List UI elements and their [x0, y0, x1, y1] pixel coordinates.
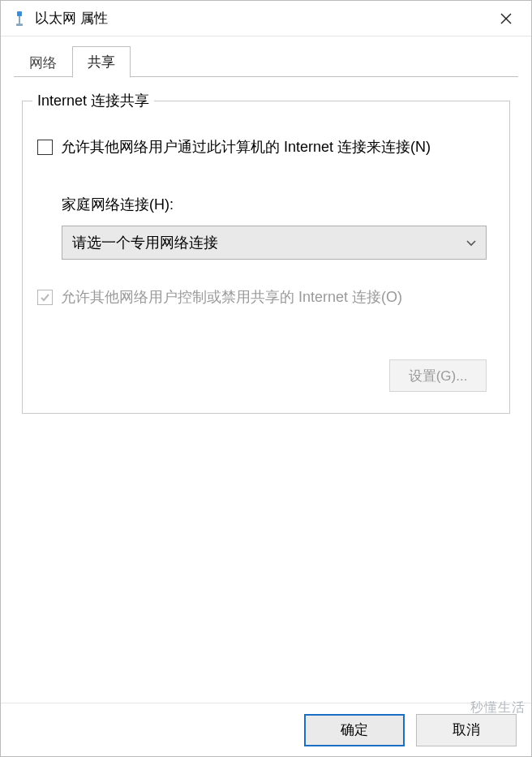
tab-sharing[interactable]: 共享 — [72, 46, 131, 78]
titlebar: 以太网 属性 — [1, 1, 531, 37]
dialog-footer: 确定 取消 — [1, 703, 531, 756]
combobox-value: 请选一个专用网络连接 — [72, 233, 218, 252]
checkbox-box-icon — [37, 140, 53, 155]
tab-network[interactable]: 网络 — [14, 47, 72, 78]
home-network-label: 家庭网络连接(H): — [62, 195, 495, 214]
close-button[interactable] — [487, 1, 525, 37]
window-title: 以太网 属性 — [35, 9, 487, 28]
cancel-button[interactable]: 取消 — [416, 714, 517, 746]
svg-rect-2 — [16, 24, 23, 26]
settings-button: 设置(G)... — [389, 359, 487, 392]
checkmark-icon — [40, 292, 50, 303]
allow-control-label: 允许其他网络用户控制或禁用共享的 Internet 连接(O) — [61, 287, 402, 308]
home-network-combobox[interactable]: 请选一个专用网络连接 — [62, 226, 487, 260]
checkbox-box-icon — [37, 290, 53, 305]
ics-groupbox: Internet 连接共享 允许其他网络用户通过此计算机的 Internet 连… — [22, 101, 510, 414]
allow-connect-checkbox[interactable]: 允许其他网络用户通过此计算机的 Internet 连接来连接(N) — [37, 137, 495, 157]
settings-row: 设置(G)... — [37, 359, 487, 392]
ethernet-icon — [12, 11, 27, 26]
ok-button[interactable]: 确定 — [304, 714, 405, 746]
groupbox-legend: Internet 连接共享 — [32, 91, 154, 110]
tab-strip: 网络 共享 — [1, 37, 531, 77]
close-icon — [500, 13, 512, 24]
dialog-window: 以太网 属性 网络 共享 Internet 连接共享 允许其他网络用户通过此计算… — [0, 0, 532, 757]
chevron-down-icon — [466, 237, 476, 249]
svg-rect-0 — [17, 11, 22, 16]
tab-content: Internet 连接共享 允许其他网络用户通过此计算机的 Internet 连… — [1, 78, 531, 703]
allow-connect-label: 允许其他网络用户通过此计算机的 Internet 连接来连接(N) — [61, 137, 431, 157]
allow-control-checkbox: 允许其他网络用户控制或禁用共享的 Internet 连接(O) — [37, 287, 495, 308]
